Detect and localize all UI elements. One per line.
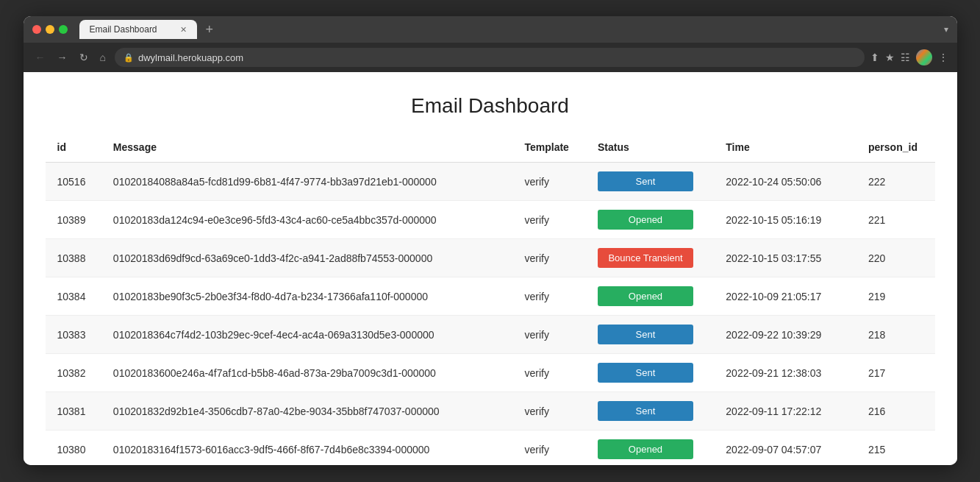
cell-message: 01020183d69df9cd-63a69ce0-1dd3-4f2c-a941… (101, 239, 513, 277)
table-row: 103830102018364c7f4d2-103b29ec-9cef-4ec4… (46, 316, 935, 354)
cell-id: 10388 (46, 239, 101, 277)
cell-person-id: 216 (856, 392, 934, 430)
maximize-button[interactable] (59, 25, 68, 34)
email-table: id Message Template Status Time person_i… (46, 132, 935, 465)
cell-template: verify (512, 163, 585, 201)
cell-id: 10383 (46, 316, 101, 354)
menu-icon[interactable]: ⋮ (938, 52, 948, 63)
cell-id: 10384 (46, 277, 101, 316)
cell-message: 01020183da124c94-e0e3ce96-5fd3-43c4-ac60… (101, 201, 513, 239)
cell-template: verify (512, 316, 585, 354)
cell-message: 01020183be90f3c5-2b0e3f34-f8d0-4d7a-b234… (101, 277, 513, 316)
cell-message: 010201832d92b1e4-3506cdb7-87a0-42be-9034… (101, 392, 513, 430)
cell-time: 2022-10-15 05:16:19 (714, 201, 856, 239)
cell-template: verify (512, 354, 585, 392)
cell-status: Sent (586, 163, 714, 201)
share-icon[interactable]: ⬆ (870, 52, 879, 63)
tab-close-icon[interactable]: ✕ (180, 26, 187, 34)
cell-status: Opened (586, 201, 714, 239)
cell-id: 10516 (46, 163, 101, 201)
status-badge: Sent (598, 363, 693, 383)
cell-time: 2022-10-09 21:05:17 (714, 277, 856, 316)
table-row: 1038901020183da124c94-e0e3ce96-5fd3-43c4… (46, 201, 935, 239)
cell-template: verify (512, 430, 585, 466)
cell-status: Opened (586, 277, 714, 316)
cell-template: verify (512, 239, 585, 277)
forward-button[interactable]: → (54, 49, 71, 66)
cell-message: 01020183164f1573-6016acc3-9df5-466f-8f67… (101, 430, 513, 466)
url-text: dwylmail.herokuapp.com (138, 52, 243, 63)
avatar[interactable] (916, 49, 932, 65)
cell-message: 0102018364c7f4d2-103b29ec-9cef-4ec4-ac4a… (101, 316, 513, 354)
tabs-area: Email Dashboard ✕ + (79, 20, 938, 39)
page-content: Email Dashboard id Message Template Stat… (24, 72, 957, 465)
col-header-template: Template (512, 132, 585, 163)
cell-status: Sent (586, 354, 714, 392)
table-row: 1051601020184088a84a5-fcd81d99-6b81-4f47… (46, 163, 935, 201)
reload-button[interactable]: ↻ (76, 49, 91, 66)
address-bar: ← → ↻ ⌂ 🔒 dwylmail.herokuapp.com ⬆ ★ ☷ ⋮ (24, 43, 957, 72)
cell-time: 2022-09-22 10:39:29 (714, 316, 856, 354)
status-badge: Opened (598, 439, 693, 459)
col-header-person-id: person_id (856, 132, 934, 163)
cell-message: 01020184088a84a5-fcd81d99-6b81-4f47-9774… (101, 163, 513, 201)
col-header-status: Status (586, 132, 714, 163)
cell-status: Sent (586, 316, 714, 354)
new-tab-button[interactable]: + (200, 21, 220, 39)
cell-message: 01020183600e246a-4f7af1cd-b5b8-46ad-873a… (101, 354, 513, 392)
cell-template: verify (512, 392, 585, 430)
cell-person-id: 222 (856, 163, 934, 201)
table-row: 1038801020183d69df9cd-63a69ce0-1dd3-4f2c… (46, 239, 935, 277)
cell-person-id: 217 (856, 354, 934, 392)
cell-status: Sent (586, 392, 714, 430)
cell-status: Bounce Transient (586, 239, 714, 277)
chevron-down-icon: ▾ (944, 24, 948, 35)
table-header-row: id Message Template Status Time person_i… (46, 132, 935, 163)
col-header-time: Time (714, 132, 856, 163)
close-button[interactable] (32, 25, 41, 34)
cell-id: 10389 (46, 201, 101, 239)
status-badge: Bounce Transient (598, 248, 693, 268)
table-row: 10381010201832d92b1e4-3506cdb7-87a0-42be… (46, 392, 935, 430)
table-row: 1038401020183be90f3c5-2b0e3f34-f8d0-4d7a… (46, 277, 935, 316)
table-row: 1038201020183600e246a-4f7af1cd-b5b8-46ad… (46, 354, 935, 392)
minimize-button[interactable] (46, 25, 54, 34)
url-bar[interactable]: 🔒 dwylmail.herokuapp.com (115, 48, 865, 67)
cell-id: 10380 (46, 430, 101, 466)
cell-person-id: 220 (856, 239, 934, 277)
cell-time: 2022-10-24 05:50:06 (714, 163, 856, 201)
cell-time: 2022-10-15 03:17:55 (714, 239, 856, 277)
bookmark-icon[interactable]: ★ (885, 52, 895, 63)
traffic-lights (32, 25, 68, 34)
tab-title: Email Dashboard (90, 24, 174, 35)
cell-person-id: 218 (856, 316, 934, 354)
cell-person-id: 215 (856, 430, 934, 466)
status-badge: Opened (598, 286, 693, 306)
cell-status: Opened (586, 430, 714, 466)
status-badge: Opened (598, 210, 693, 230)
table-row: 1038001020183164f1573-6016acc3-9df5-466f… (46, 430, 935, 466)
back-button[interactable]: ← (32, 49, 49, 66)
title-bar: Email Dashboard ✕ + ▾ (24, 16, 957, 43)
cell-time: 2022-09-11 17:22:12 (714, 392, 856, 430)
status-badge: Sent (598, 401, 693, 421)
cell-time: 2022-09-21 12:38:03 (714, 354, 856, 392)
col-header-message: Message (101, 132, 513, 163)
cell-person-id: 221 (856, 201, 934, 239)
reader-view-icon[interactable]: ☷ (901, 52, 910, 63)
col-header-id: id (46, 132, 101, 163)
status-badge: Sent (598, 325, 693, 344)
status-badge: Sent (598, 171, 693, 191)
cell-id: 10382 (46, 354, 101, 392)
cell-template: verify (512, 201, 585, 239)
cell-id: 10381 (46, 392, 101, 430)
active-tab[interactable]: Email Dashboard ✕ (79, 20, 197, 39)
browser-window: Email Dashboard ✕ + ▾ ← → ↻ ⌂ 🔒 dwylmail… (24, 16, 957, 465)
lock-icon: 🔒 (124, 53, 134, 63)
address-bar-actions: ⬆ ★ ☷ ⋮ (870, 49, 948, 65)
cell-template: verify (512, 277, 585, 316)
home-button[interactable]: ⌂ (97, 49, 109, 66)
cell-time: 2022-09-07 04:57:07 (714, 430, 856, 466)
page-title: Email Dashboard (46, 72, 935, 132)
cell-person-id: 219 (856, 277, 934, 316)
